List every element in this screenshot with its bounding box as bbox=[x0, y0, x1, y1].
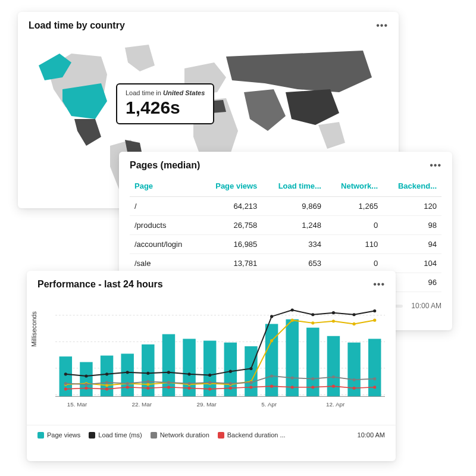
svg-point-66 bbox=[352, 378, 355, 381]
legend-label: Page views bbox=[47, 431, 80, 439]
svg-point-82 bbox=[352, 387, 355, 390]
tooltip-label: Load time in United States bbox=[126, 89, 205, 96]
svg-point-52 bbox=[64, 382, 67, 385]
svg-point-51 bbox=[373, 319, 376, 322]
svg-point-56 bbox=[146, 380, 149, 383]
more-icon[interactable]: ••• bbox=[376, 21, 388, 30]
svg-point-63 bbox=[291, 377, 294, 380]
x-tick: 12. Apr bbox=[326, 401, 345, 408]
swatch-icon bbox=[151, 432, 157, 439]
col-network[interactable]: Network... bbox=[326, 176, 383, 197]
tooltip-country: United States bbox=[163, 89, 205, 96]
table-row[interactable]: /sale 13,781 653 0 104 bbox=[130, 254, 441, 273]
tooltip-prefix: Load time in bbox=[126, 89, 163, 96]
svg-point-77 bbox=[249, 386, 252, 389]
cell-views: 26,758 bbox=[199, 216, 262, 235]
x-tick: 22. Mar bbox=[132, 401, 152, 408]
col-page[interactable]: Page bbox=[130, 176, 199, 197]
table-row[interactable]: /account/login 16,985 334 110 94 bbox=[130, 235, 441, 254]
col-load-time[interactable]: Load time... bbox=[262, 176, 326, 197]
col-backend[interactable]: Backend... bbox=[383, 176, 441, 197]
svg-point-24 bbox=[146, 372, 149, 375]
svg-rect-5 bbox=[80, 362, 92, 397]
svg-point-49 bbox=[332, 320, 335, 322]
svg-point-54 bbox=[105, 381, 108, 384]
chart-area: Milliseconds 0 2.5 7.5 15. Mar 22. Mar 2… bbox=[37, 297, 385, 425]
x-tick: 29. Mar bbox=[196, 401, 217, 408]
card-header: Load time by country ••• bbox=[18, 12, 399, 36]
legend-page-views[interactable]: Page views bbox=[37, 431, 80, 439]
performance-chart[interactable]: 0 2.5 7.5 15. Mar 22. Mar 29. Mar 5. Apr… bbox=[55, 297, 385, 425]
svg-point-21 bbox=[84, 374, 87, 377]
card-title: Load time by country bbox=[29, 20, 125, 31]
svg-point-35 bbox=[373, 309, 376, 312]
cell-load: 1,248 bbox=[262, 216, 326, 235]
svg-point-26 bbox=[187, 372, 190, 375]
svg-point-81 bbox=[332, 385, 335, 388]
svg-point-29 bbox=[249, 367, 252, 370]
svg-point-34 bbox=[352, 313, 355, 316]
svg-point-47 bbox=[291, 319, 294, 322]
cell-backend: 98 bbox=[383, 216, 441, 235]
svg-point-60 bbox=[229, 382, 232, 385]
svg-point-57 bbox=[167, 381, 170, 384]
more-icon[interactable]: ••• bbox=[373, 280, 385, 289]
swatch-icon bbox=[218, 432, 224, 439]
more-icon[interactable]: ••• bbox=[430, 161, 441, 170]
svg-point-23 bbox=[126, 371, 129, 374]
svg-point-31 bbox=[291, 308, 294, 311]
cell-backend: 104 bbox=[383, 254, 441, 273]
cell-page: /sale bbox=[130, 254, 199, 273]
chart-footer: Page views Load time (ms) Network durati… bbox=[27, 425, 396, 446]
cell-views: 16,985 bbox=[199, 235, 262, 254]
svg-rect-13 bbox=[245, 346, 257, 396]
table-header-row: Page Page views Load time... Network... … bbox=[130, 176, 441, 197]
svg-point-71 bbox=[126, 386, 129, 389]
performance-card: Performance - last 24 hours ••• Millisec… bbox=[27, 271, 396, 461]
x-tick: 15. Mar bbox=[67, 401, 87, 408]
legend-load-time[interactable]: Load time (ms) bbox=[89, 431, 142, 439]
table-row[interactable]: / 64,213 9,869 1,265 120 bbox=[130, 197, 441, 216]
svg-point-50 bbox=[352, 322, 355, 325]
table-row[interactable]: /products 26,758 1,248 0 98 bbox=[130, 216, 441, 235]
cell-load: 653 bbox=[262, 254, 326, 273]
svg-point-25 bbox=[167, 371, 170, 374]
legend-label: Load time (ms) bbox=[98, 431, 142, 439]
cell-views: 13,781 bbox=[199, 254, 262, 273]
svg-point-78 bbox=[270, 385, 273, 388]
svg-point-70 bbox=[105, 387, 108, 390]
card-title: Pages (median) bbox=[130, 160, 200, 171]
svg-point-55 bbox=[126, 382, 129, 385]
cell-backend: 94 bbox=[383, 235, 441, 254]
swatch-icon bbox=[89, 432, 95, 439]
cell-network: 110 bbox=[326, 235, 383, 254]
cell-views: 64,213 bbox=[199, 197, 262, 216]
svg-point-48 bbox=[311, 321, 314, 324]
cell-network: 0 bbox=[326, 254, 383, 273]
legend-label: Network duration bbox=[160, 431, 209, 439]
svg-point-76 bbox=[229, 387, 232, 390]
tooltip-value: 1,426s bbox=[126, 98, 205, 117]
col-page-views[interactable]: Page views bbox=[199, 176, 262, 197]
cell-load: 334 bbox=[262, 235, 326, 254]
svg-point-83 bbox=[373, 386, 376, 389]
x-tick: 5. Apr bbox=[261, 401, 277, 408]
svg-rect-15 bbox=[286, 320, 298, 397]
svg-point-79 bbox=[291, 386, 294, 389]
svg-point-75 bbox=[208, 387, 211, 390]
timestamp: 10:00 AM bbox=[358, 431, 385, 439]
svg-point-59 bbox=[208, 381, 211, 384]
card-header: Pages (median) ••• bbox=[119, 152, 452, 176]
cell-page: /products bbox=[130, 216, 199, 235]
cell-network: 1,265 bbox=[326, 197, 383, 216]
svg-point-74 bbox=[187, 387, 190, 390]
legend-network[interactable]: Network duration bbox=[151, 431, 209, 439]
svg-point-68 bbox=[64, 387, 67, 390]
svg-point-20 bbox=[64, 372, 67, 375]
y-axis-label: Milliseconds bbox=[30, 311, 37, 347]
svg-point-73 bbox=[167, 386, 170, 389]
svg-point-67 bbox=[373, 377, 376, 380]
legend-backend[interactable]: Backend duration ... bbox=[218, 431, 286, 439]
legend-label: Backend duration ... bbox=[227, 431, 286, 439]
svg-rect-7 bbox=[121, 353, 133, 396]
